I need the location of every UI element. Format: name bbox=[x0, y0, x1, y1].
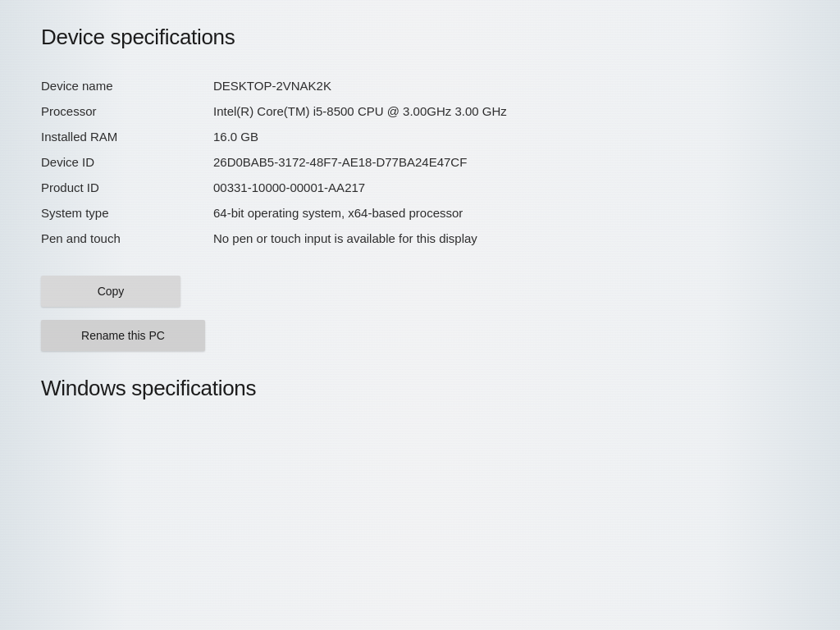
label-device-name: Device name bbox=[41, 73, 189, 98]
page-container: Device specifications Device name DESKTO… bbox=[0, 0, 840, 630]
value-device-name: DESKTOP-2VNAK2K bbox=[189, 73, 799, 98]
spec-row-pen-and-touch: Pen and touch No pen or touch input is a… bbox=[41, 226, 799, 251]
button-group: Copy Rename this PC bbox=[41, 276, 799, 351]
spec-row-system-type: System type 64-bit operating system, x64… bbox=[41, 200, 799, 226]
value-pen-and-touch: No pen or touch input is available for t… bbox=[189, 226, 799, 251]
value-system-type: 64-bit operating system, x64-based proce… bbox=[189, 200, 799, 226]
value-device-id: 26D0BAB5-3172-48F7-AE18-D77BA24E47CF bbox=[189, 149, 799, 175]
value-processor: Intel(R) Core(TM) i5-8500 CPU @ 3.00GHz … bbox=[189, 98, 799, 124]
value-installed-ram: 16.0 GB bbox=[189, 124, 799, 149]
windows-specifications-title: Windows specifications bbox=[41, 376, 799, 401]
spec-row-installed-ram: Installed RAM 16.0 GB bbox=[41, 124, 799, 149]
label-pen-and-touch: Pen and touch bbox=[41, 226, 189, 251]
spec-row-product-id: Product ID 00331-10000-00001-AA217 bbox=[41, 175, 799, 200]
label-processor: Processor bbox=[41, 98, 189, 124]
rename-pc-button[interactable]: Rename this PC bbox=[41, 320, 205, 351]
label-installed-ram: Installed RAM bbox=[41, 124, 189, 149]
device-specifications-title: Device specifications bbox=[41, 25, 799, 50]
spec-row-processor: Processor Intel(R) Core(TM) i5-8500 CPU … bbox=[41, 98, 799, 124]
label-system-type: System type bbox=[41, 200, 189, 226]
spec-row-device-id: Device ID 26D0BAB5-3172-48F7-AE18-D77BA2… bbox=[41, 149, 799, 175]
value-product-id: 00331-10000-00001-AA217 bbox=[189, 175, 799, 200]
specs-table: Device name DESKTOP-2VNAK2K Processor In… bbox=[41, 73, 799, 251]
label-device-id: Device ID bbox=[41, 149, 189, 175]
label-product-id: Product ID bbox=[41, 175, 189, 200]
spec-row-device-name: Device name DESKTOP-2VNAK2K bbox=[41, 73, 799, 98]
copy-button[interactable]: Copy bbox=[41, 276, 180, 307]
